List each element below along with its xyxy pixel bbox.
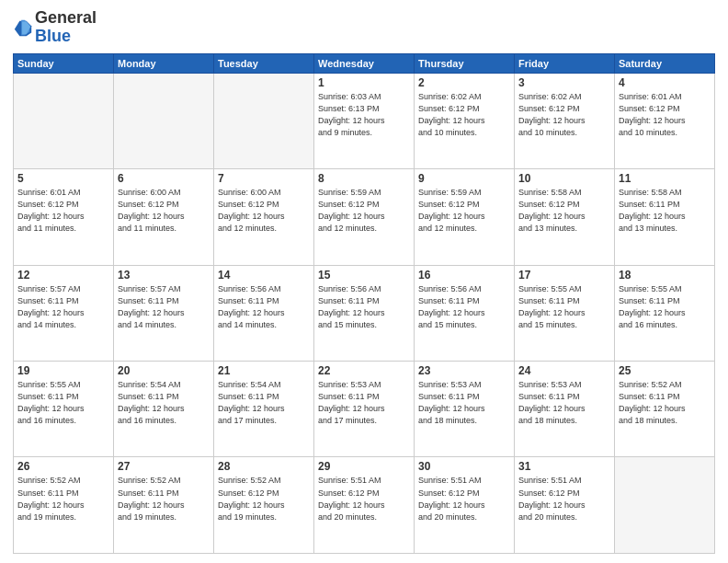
calendar-cell (214, 73, 314, 168)
day-info: Sunrise: 5:54 AMSunset: 6:11 PMDaylight:… (118, 379, 210, 427)
day-info: Sunrise: 5:56 AMSunset: 6:11 PMDaylight:… (318, 283, 410, 331)
day-number: 3 (518, 76, 610, 89)
day-info: Sunrise: 5:53 AMSunset: 6:11 PMDaylight:… (418, 379, 510, 427)
calendar-cell: 10Sunrise: 5:58 AMSunset: 6:12 PMDayligh… (515, 169, 615, 265)
logo-line2: Blue (35, 28, 97, 46)
day-info: Sunrise: 5:52 AMSunset: 6:12 PMDaylight:… (218, 475, 310, 523)
calendar-cell: 15Sunrise: 5:56 AMSunset: 6:11 PMDayligh… (314, 265, 415, 361)
day-number: 27 (118, 460, 210, 473)
calendar-cell: 1Sunrise: 6:03 AMSunset: 6:13 PMDaylight… (314, 73, 415, 168)
calendar-cell: 13Sunrise: 5:57 AMSunset: 6:11 PMDayligh… (114, 265, 214, 361)
day-number: 1 (318, 76, 410, 89)
calendar-cell: 5Sunrise: 6:01 AMSunset: 6:12 PMDaylight… (14, 169, 114, 265)
calendar-table: SundayMondayTuesdayWednesdayThursdayFrid… (13, 53, 715, 554)
day-info: Sunrise: 5:59 AMSunset: 6:12 PMDaylight:… (318, 187, 410, 235)
weekday-header-wednesday: Wednesday (314, 53, 415, 73)
calendar-week-1: 5Sunrise: 6:01 AMSunset: 6:12 PMDaylight… (14, 169, 715, 265)
calendar-cell: 20Sunrise: 5:54 AMSunset: 6:11 PMDayligh… (114, 362, 214, 457)
day-info: Sunrise: 5:53 AMSunset: 6:11 PMDaylight:… (518, 379, 610, 427)
day-number: 15 (318, 269, 410, 282)
day-number: 25 (619, 364, 711, 377)
calendar-cell: 2Sunrise: 6:02 AMSunset: 6:12 PMDaylight… (415, 73, 515, 168)
calendar-cell: 24Sunrise: 5:53 AMSunset: 6:11 PMDayligh… (515, 362, 615, 457)
day-number: 16 (418, 269, 510, 282)
calendar-cell: 16Sunrise: 5:56 AMSunset: 6:11 PMDayligh… (415, 265, 515, 361)
day-info: Sunrise: 5:56 AMSunset: 6:11 PMDaylight:… (218, 283, 310, 331)
weekday-header-friday: Friday (515, 53, 615, 73)
day-info: Sunrise: 5:55 AMSunset: 6:11 PMDaylight:… (17, 379, 109, 427)
calendar-cell: 4Sunrise: 6:01 AMSunset: 6:12 PMDaylight… (615, 73, 715, 168)
day-info: Sunrise: 5:57 AMSunset: 6:11 PMDaylight:… (118, 283, 210, 331)
logo: General Blue (13, 9, 97, 46)
day-info: Sunrise: 6:02 AMSunset: 6:12 PMDaylight:… (518, 91, 610, 139)
day-number: 31 (518, 460, 610, 473)
calendar-cell: 30Sunrise: 5:51 AMSunset: 6:12 PMDayligh… (415, 457, 515, 554)
day-info: Sunrise: 6:01 AMSunset: 6:12 PMDaylight:… (619, 91, 711, 139)
day-number: 22 (318, 364, 410, 377)
day-number: 23 (418, 364, 510, 377)
day-info: Sunrise: 6:02 AMSunset: 6:12 PMDaylight:… (418, 91, 510, 139)
calendar-cell: 8Sunrise: 5:59 AMSunset: 6:12 PMDaylight… (314, 169, 415, 265)
calendar-cell: 11Sunrise: 5:58 AMSunset: 6:11 PMDayligh… (615, 169, 715, 265)
day-info: Sunrise: 5:51 AMSunset: 6:12 PMDaylight:… (318, 475, 410, 523)
logo-icon (13, 17, 33, 38)
day-info: Sunrise: 5:52 AMSunset: 6:11 PMDaylight:… (118, 475, 210, 523)
day-number: 28 (218, 460, 310, 473)
weekday-header-thursday: Thursday (415, 53, 515, 73)
day-info: Sunrise: 5:55 AMSunset: 6:11 PMDaylight:… (619, 283, 711, 331)
day-number: 2 (418, 76, 510, 89)
day-info: Sunrise: 6:00 AMSunset: 6:12 PMDaylight:… (218, 187, 310, 235)
day-info: Sunrise: 5:53 AMSunset: 6:11 PMDaylight:… (318, 379, 410, 427)
weekday-header-saturday: Saturday (615, 53, 715, 73)
calendar-cell: 6Sunrise: 6:00 AMSunset: 6:12 PMDaylight… (114, 169, 214, 265)
weekday-header-tuesday: Tuesday (214, 53, 314, 73)
calendar-cell: 21Sunrise: 5:54 AMSunset: 6:11 PMDayligh… (214, 362, 314, 457)
day-number: 8 (318, 172, 410, 185)
day-number: 30 (418, 460, 510, 473)
calendar-cell: 23Sunrise: 5:53 AMSunset: 6:11 PMDayligh… (415, 362, 515, 457)
day-info: Sunrise: 5:56 AMSunset: 6:11 PMDaylight:… (418, 283, 510, 331)
day-number: 20 (118, 364, 210, 377)
calendar-cell (114, 73, 214, 168)
day-number: 13 (118, 269, 210, 282)
calendar-cell (615, 457, 715, 554)
calendar-week-3: 19Sunrise: 5:55 AMSunset: 6:11 PMDayligh… (14, 362, 715, 457)
day-number: 19 (17, 364, 109, 377)
day-number: 29 (318, 460, 410, 473)
calendar-cell: 18Sunrise: 5:55 AMSunset: 6:11 PMDayligh… (615, 265, 715, 361)
calendar-cell: 31Sunrise: 5:51 AMSunset: 6:12 PMDayligh… (515, 457, 615, 554)
calendar-cell: 17Sunrise: 5:55 AMSunset: 6:11 PMDayligh… (515, 265, 615, 361)
day-info: Sunrise: 6:00 AMSunset: 6:12 PMDaylight:… (118, 187, 210, 235)
calendar-cell: 9Sunrise: 5:59 AMSunset: 6:12 PMDaylight… (415, 169, 515, 265)
header: General Blue (13, 9, 715, 46)
day-number: 5 (17, 172, 109, 185)
day-info: Sunrise: 5:52 AMSunset: 6:11 PMDaylight:… (619, 379, 711, 427)
day-info: Sunrise: 5:58 AMSunset: 6:12 PMDaylight:… (518, 187, 610, 235)
calendar-week-4: 26Sunrise: 5:52 AMSunset: 6:11 PMDayligh… (14, 457, 715, 554)
day-info: Sunrise: 5:51 AMSunset: 6:12 PMDaylight:… (518, 475, 610, 523)
day-info: Sunrise: 5:52 AMSunset: 6:11 PMDaylight:… (17, 475, 109, 523)
calendar-cell: 28Sunrise: 5:52 AMSunset: 6:12 PMDayligh… (214, 457, 314, 554)
calendar-cell: 19Sunrise: 5:55 AMSunset: 6:11 PMDayligh… (14, 362, 114, 457)
calendar-cell: 12Sunrise: 5:57 AMSunset: 6:11 PMDayligh… (14, 265, 114, 361)
calendar-cell: 29Sunrise: 5:51 AMSunset: 6:12 PMDayligh… (314, 457, 415, 554)
day-info: Sunrise: 6:01 AMSunset: 6:12 PMDaylight:… (17, 187, 109, 235)
day-number: 12 (17, 269, 109, 282)
day-number: 7 (218, 172, 310, 185)
calendar-cell: 7Sunrise: 6:00 AMSunset: 6:12 PMDaylight… (214, 169, 314, 265)
day-number: 9 (418, 172, 510, 185)
day-info: Sunrise: 5:55 AMSunset: 6:11 PMDaylight:… (518, 283, 610, 331)
day-number: 18 (619, 269, 711, 282)
day-info: Sunrise: 6:03 AMSunset: 6:13 PMDaylight:… (318, 91, 410, 139)
calendar-cell: 22Sunrise: 5:53 AMSunset: 6:11 PMDayligh… (314, 362, 415, 457)
calendar-cell: 14Sunrise: 5:56 AMSunset: 6:11 PMDayligh… (214, 265, 314, 361)
day-number: 4 (619, 76, 711, 89)
day-number: 11 (619, 172, 711, 185)
day-info: Sunrise: 5:54 AMSunset: 6:11 PMDaylight:… (218, 379, 310, 427)
calendar-cell: 3Sunrise: 6:02 AMSunset: 6:12 PMDaylight… (515, 73, 615, 168)
calendar-cell (14, 73, 114, 168)
day-number: 14 (218, 269, 310, 282)
day-number: 17 (518, 269, 610, 282)
calendar-week-2: 12Sunrise: 5:57 AMSunset: 6:11 PMDayligh… (14, 265, 715, 361)
day-info: Sunrise: 5:51 AMSunset: 6:12 PMDaylight:… (418, 475, 510, 523)
